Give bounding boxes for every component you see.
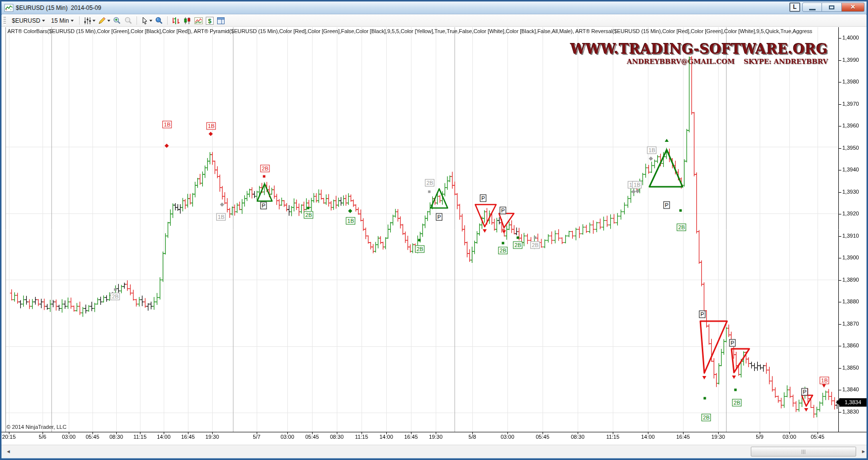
maximize-button[interactable]: [822, 2, 842, 12]
price-tick-label: 1,3830: [842, 409, 859, 415]
cursor-icon: [140, 16, 149, 25]
pattern-triangle: [475, 205, 496, 227]
price-tick-label: 1,3880: [842, 298, 859, 304]
toolbar-separator: [79, 16, 80, 25]
time-tick-label: 03:00: [501, 434, 514, 440]
signal-box-2b: 2B: [530, 242, 540, 249]
chevron-down-icon: [42, 20, 45, 22]
time-tick-label: 11:15: [606, 434, 620, 440]
scroll-right-icon[interactable]: ►: [861, 449, 866, 454]
title-bar[interactable]: $EURUSD (15 Min) 2014-05-09 L ✕: [1, 1, 867, 14]
close-icon: ✕: [842, 3, 864, 10]
signal-box-p: P: [729, 339, 735, 347]
time-tick-label: 03:00: [62, 434, 76, 440]
window-title: $EURUSD (15 Min) 2014-05-09: [16, 4, 101, 11]
signal-box-2b: 2B: [498, 247, 507, 254]
account-data-button[interactable]: $: [204, 16, 215, 26]
candlestick-style-button[interactable]: [182, 16, 193, 26]
price-axis[interactable]: 1,40001,39901,39801,39701,39601,39501,39…: [838, 27, 867, 445]
pattern-triangle: [499, 213, 514, 228]
chart-parameters-button[interactable]: [82, 16, 96, 26]
signal-box-2b: 2B: [425, 179, 434, 187]
pattern-triangle: [802, 395, 813, 406]
signal-box-2b: 2B: [677, 224, 686, 231]
color-bars-icon: [171, 16, 181, 25]
time-tick-label: 20:15: [2, 434, 16, 440]
signal-box-p: P: [663, 202, 670, 209]
signal-box-2b: 2B: [513, 242, 522, 249]
time-tick-label: 11:15: [134, 434, 147, 440]
time-tick-label: 11:15: [355, 434, 368, 440]
signal-box-2b: 2B: [260, 165, 270, 172]
link-button[interactable]: L: [789, 2, 800, 12]
chart-app-icon: [4, 4, 13, 12]
time-tick-label: 16:45: [181, 434, 195, 440]
panel-button[interactable]: [215, 16, 227, 26]
signal-marker-arrow-down: [822, 384, 826, 388]
data-box-button[interactable]: [153, 16, 165, 26]
signal-box-p: P: [260, 202, 267, 209]
signal-box-2b: 2B: [415, 246, 424, 253]
pattern-triangle: [731, 349, 749, 373]
price-tick-label: 1,3990: [842, 57, 859, 63]
interval-selector[interactable]: 15 Min: [48, 16, 77, 25]
signal-marker-square: [307, 207, 310, 209]
close-button[interactable]: ✕: [842, 2, 865, 12]
scroll-left-icon[interactable]: ◄: [6, 449, 11, 454]
time-tick-label: 5/6: [39, 434, 46, 440]
price-tick-label: 1,3870: [842, 321, 859, 327]
dollar-icon: $: [205, 16, 214, 25]
pattern-arrow-down-icon: [702, 376, 706, 379]
candlestick-icon: [183, 16, 192, 25]
interval-label: 15 Min: [51, 17, 69, 24]
signal-box-p: P: [699, 311, 705, 318]
pattern-overlay: [1, 27, 867, 445]
price-tick-label: 1,3860: [842, 342, 859, 348]
time-tick-label: 14:00: [157, 434, 171, 440]
signal-marker-square: [114, 289, 117, 291]
price-tick-label: 1,3930: [842, 189, 859, 195]
cursor-tool-button[interactable]: [139, 16, 153, 26]
pattern-arrow-down-icon: [483, 229, 487, 233]
price-tick-label: 1,3940: [842, 167, 859, 172]
minimize-button[interactable]: [802, 2, 822, 12]
time-tick-label: 03:00: [280, 434, 294, 440]
signal-marker-square: [517, 237, 519, 239]
scrollbar-thumb[interactable]: [751, 447, 856, 457]
price-tick-label: 1,3850: [842, 365, 859, 371]
price-tick-label: 1,3960: [842, 123, 859, 128]
time-tick-label: 16:45: [676, 434, 690, 440]
signal-box-2b: 2B: [304, 211, 313, 219]
signal-box-p: P: [436, 213, 442, 221]
toolbar-grip-handle[interactable]: [3, 17, 6, 25]
price-tick-label: 1,3900: [842, 254, 859, 260]
price-tick-label: 1,3980: [842, 79, 859, 84]
zoom-out-button[interactable]: [123, 16, 134, 26]
instrument-selector[interactable]: $EURUSD: [9, 16, 48, 25]
minimize-icon: [809, 9, 816, 10]
time-tick-label: 08:30: [109, 434, 123, 440]
color-bars-style-button[interactable]: [170, 16, 182, 26]
horizontal-scrollbar[interactable]: ◄ ►: [1, 445, 867, 458]
signal-box-p: P: [500, 207, 506, 214]
price-tick-label: 1,4000: [842, 35, 859, 41]
toolbar-separator: [167, 16, 168, 25]
time-tick-label: 19:30: [711, 434, 725, 440]
signal-marker-square: [263, 175, 266, 178]
pattern-triangle: [649, 150, 683, 187]
signal-box-1b: 1B: [820, 377, 829, 384]
drawing-tools-button[interactable]: [96, 16, 111, 26]
toolbar: $EURUSD 15 Min: [1, 15, 867, 27]
time-tick-label: 5/8: [468, 434, 476, 440]
line-chart-style-button[interactable]: [193, 16, 204, 26]
price-tick-label: 1,3840: [842, 386, 859, 392]
time-axis[interactable]: 20:155/603:0005:4508:3011:1514:0016:4519…: [1, 434, 867, 443]
time-tick-label: 03:00: [782, 434, 796, 440]
last-price-box: 1,3834: [839, 398, 867, 407]
line-chart-icon: [194, 16, 203, 25]
zoom-in-button[interactable]: [111, 16, 123, 26]
price-tick-label: 1,3970: [842, 101, 859, 107]
pattern-triangle: [700, 321, 727, 373]
toolbar-separator: [137, 16, 137, 25]
pattern-triangle: [431, 189, 448, 208]
